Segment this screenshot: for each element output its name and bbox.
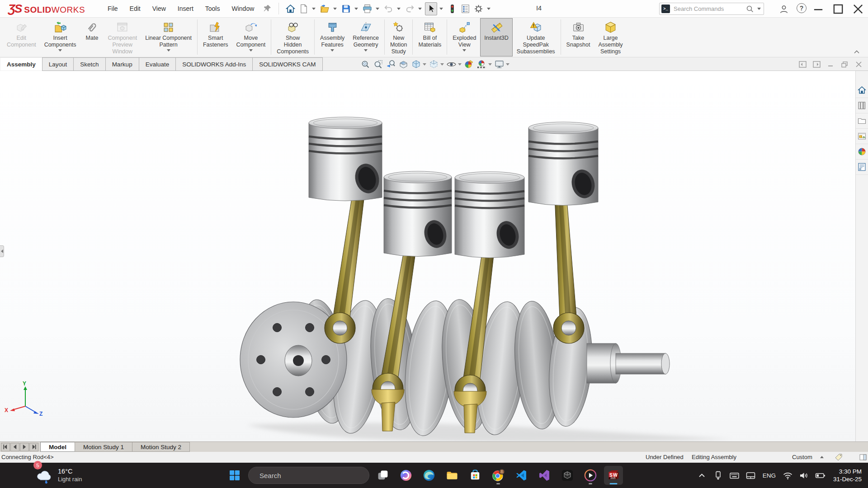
menu-tools[interactable]: Tools	[205, 5, 220, 12]
tab-motion-study-2[interactable]: Motion Study 2	[132, 442, 190, 452]
bill-of-materials-button[interactable]: Bill ofMaterials	[414, 18, 445, 56]
graphics-area[interactable]: Y X Z	[0, 71, 868, 441]
print-dropdown-caret[interactable]	[376, 8, 379, 10]
language-indicator[interactable]: ENG	[762, 472, 777, 479]
unit-system[interactable]: Custom	[792, 454, 812, 460]
engine-assembly-model[interactable]	[0, 71, 868, 441]
apply-scene-button[interactable]	[476, 59, 492, 70]
print-button[interactable]	[361, 2, 373, 15]
tag-icon[interactable]	[834, 453, 843, 462]
status-pane-icon[interactable]	[859, 453, 868, 462]
minimize-document-icon[interactable]	[826, 60, 835, 69]
taskpane-file-explorer-button[interactable]	[856, 113, 868, 129]
taskpane-home-button[interactable]	[856, 83, 868, 98]
collapse-ribbon-icon[interactable]	[853, 49, 861, 55]
apply-scene-dropdown-caret[interactable]	[488, 63, 492, 66]
exploded-view-button[interactable]: ExplodedView	[448, 18, 480, 56]
properties-button[interactable]	[459, 2, 472, 15]
select-dropdown-caret[interactable]	[439, 8, 443, 10]
help-icon[interactable]: ?	[797, 3, 807, 13]
taskbar-vs-code[interactable]	[512, 466, 531, 485]
view-settings-button[interactable]	[494, 59, 510, 70]
undo-dropdown-caret[interactable]	[397, 8, 401, 10]
smart-fasteners-button[interactable]: SmartFasteners	[199, 18, 232, 56]
search-dropdown-caret[interactable]	[757, 8, 761, 10]
reference-geometry-dropdown-caret[interactable]	[364, 49, 368, 52]
clock[interactable]: 3:30 PM 31-Dec-25	[833, 468, 862, 483]
exploded-view-dropdown-caret[interactable]	[462, 49, 466, 52]
taskpane-custom-properties-button[interactable]	[856, 160, 868, 175]
taskbar-cube-app[interactable]	[558, 466, 577, 485]
home-button[interactable]	[284, 2, 297, 15]
battery-icon[interactable]	[815, 470, 826, 481]
taskbar-media-player[interactable]	[581, 466, 600, 485]
taskbar-microsoft-store[interactable]	[466, 466, 485, 485]
taskbar-chrome[interactable]	[489, 466, 508, 485]
assembly-features-dropdown-caret[interactable]	[330, 49, 334, 52]
assembly-features-button[interactable]: AssemblyFeatures	[316, 18, 349, 56]
maximize-window-icon[interactable]	[828, 0, 848, 18]
featuremanager-splitter[interactable]	[0, 245, 4, 257]
taskbar-visual-studio[interactable]	[535, 466, 554, 485]
close-document-icon[interactable]	[854, 60, 863, 69]
undo-button[interactable]	[382, 2, 395, 15]
view-orientation-button[interactable]	[410, 59, 427, 70]
update-speedpak-subassemblies-button[interactable]: UpdateSpeedPakSubassemblies	[513, 18, 559, 56]
tab-motion-study-1[interactable]: Motion Study 1	[75, 442, 132, 452]
large-assembly-settings-button[interactable]: LargeAssemblySettings	[594, 18, 627, 56]
view-settings-dropdown-caret[interactable]	[506, 63, 509, 66]
options-button[interactable]	[472, 2, 485, 15]
taskbar-edge[interactable]	[420, 466, 439, 485]
taskbar-copilot[interactable]	[396, 466, 415, 485]
tab-layout[interactable]: Layout	[42, 57, 74, 71]
touch-keyboard-icon[interactable]	[729, 470, 740, 481]
menu-edit[interactable]: Edit	[130, 5, 141, 12]
close-window-icon[interactable]	[848, 0, 868, 18]
tab-sketch[interactable]: Sketch	[73, 57, 105, 71]
zoom-to-fit-button[interactable]	[360, 59, 371, 70]
unit-system-caret[interactable]	[820, 456, 824, 458]
display-style-dropdown-caret[interactable]	[440, 63, 444, 66]
take-snapshot-button[interactable]: TakeSnapshot	[562, 18, 594, 56]
account-icon[interactable]	[778, 4, 789, 14]
tab-markup[interactable]: Markup	[105, 57, 139, 71]
new-document-button[interactable]	[297, 2, 310, 15]
taskbar-file-explorer[interactable]	[443, 466, 462, 485]
options-dropdown-caret[interactable]	[487, 8, 491, 10]
menu-insert[interactable]: Insert	[178, 5, 193, 12]
minimize-window-icon[interactable]	[808, 0, 828, 18]
reference-geometry-button[interactable]: ReferenceGeometry	[349, 18, 383, 56]
linear-component-pattern-dropdown-caret[interactable]	[167, 49, 170, 52]
linear-component-pattern-button[interactable]: Linear ComponentPattern	[141, 18, 196, 56]
taskpane-appearances-scenes-button[interactable]	[856, 144, 868, 160]
save-dropdown-caret[interactable]	[354, 8, 358, 10]
open-dropdown-caret[interactable]	[333, 8, 337, 10]
move-component-dropdown-caret[interactable]	[249, 49, 253, 52]
restore-document-icon[interactable]	[840, 60, 849, 69]
previous-tab-button[interactable]	[10, 443, 19, 451]
view-orientation-dropdown-caret[interactable]	[423, 63, 426, 66]
command-search[interactable]: >_ Search Commands	[659, 3, 764, 15]
instant3d-button[interactable]: Instant3D	[480, 18, 513, 56]
tab-solidworks-add-ins[interactable]: SOLIDWORKS Add-Ins	[175, 57, 253, 71]
tray-chevron-icon[interactable]	[697, 470, 707, 481]
first-tab-button[interactable]	[1, 443, 10, 451]
hide-show-items-dropdown-caret[interactable]	[458, 63, 462, 66]
taskpane-view-palette-button[interactable]	[856, 129, 868, 144]
taskbar-task-view[interactable]	[373, 466, 392, 485]
insert-components-button[interactable]: InsertComponents	[40, 18, 80, 56]
weather-widget[interactable]: 5 16°C Light rain	[35, 463, 82, 488]
move-component-button[interactable]: MoveComponent	[232, 18, 270, 56]
pane-left-icon[interactable]	[798, 60, 807, 69]
edit-appearance-button[interactable]	[463, 59, 475, 70]
menu-window[interactable]: Window	[231, 5, 254, 12]
hide-show-items-button[interactable]	[446, 59, 462, 70]
redo-button[interactable]	[404, 2, 416, 15]
search-icon[interactable]	[745, 5, 755, 14]
select-button[interactable]	[425, 2, 437, 15]
volume-icon[interactable]	[799, 470, 809, 481]
previous-view-button[interactable]	[385, 59, 396, 70]
menu-view[interactable]: View	[152, 5, 166, 12]
new-motion-study-button[interactable]: NewMotionStudy	[386, 18, 411, 56]
taskbar-solidworks[interactable]: SW2025	[604, 466, 623, 485]
